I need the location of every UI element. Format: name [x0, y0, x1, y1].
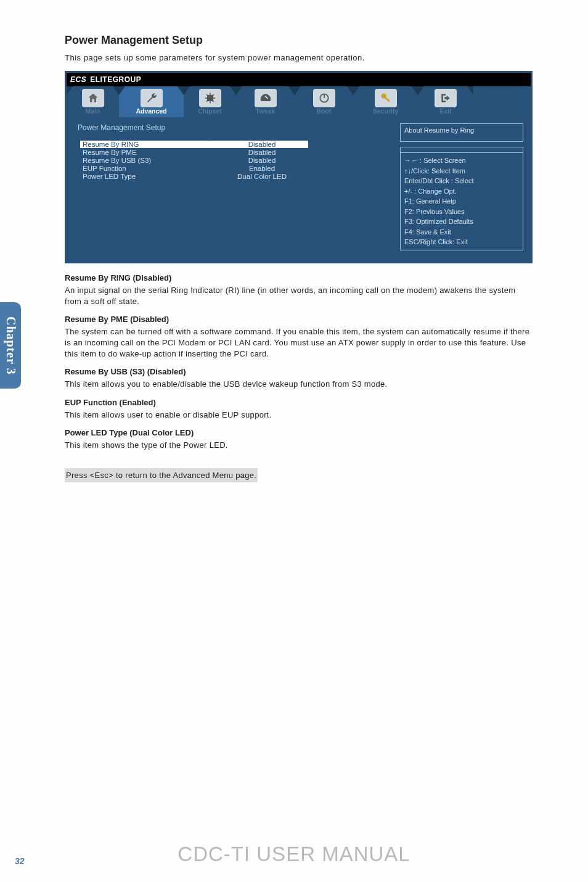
intro-text: This page sets up some parameters for sy…: [65, 53, 533, 62]
setting-eup-function[interactable]: EUP Function Enabled: [80, 165, 390, 172]
tab-chipset[interactable]: Chipset: [184, 86, 236, 117]
tab-boot[interactable]: Boot: [295, 86, 353, 117]
setting-label: EUP Function: [80, 165, 216, 172]
chip-icon: [199, 89, 221, 107]
setting-label: Resume By PME: [80, 149, 216, 156]
setting-value: Dual Color LED: [216, 173, 308, 180]
exit-icon: [435, 89, 457, 107]
tab-exit[interactable]: Exit: [418, 86, 473, 117]
brand-logo-elitegroup: ELITEGROUP: [90, 75, 141, 84]
para: This item allows you to enable/disable t…: [65, 379, 533, 390]
setting-resume-by-pme[interactable]: Resume By PME Disabled: [80, 149, 390, 156]
setting-value: Enabled: [216, 165, 308, 172]
para: The system can be turned off with a soft…: [65, 326, 533, 360]
home-icon: [82, 89, 104, 107]
key-icon: [375, 89, 397, 107]
esc-note: Press <Esc> to return to the Advanced Me…: [65, 468, 258, 482]
page-title: Power Management Setup: [65, 34, 533, 47]
subhead-power-led: Power LED Type (Dual Color LED): [65, 428, 533, 437]
bios-screenshot: ECS ELITEGROUP Main Advanced: [65, 71, 533, 263]
subhead-resume-usb: Resume By USB (S3) (Disabled): [65, 367, 533, 376]
setting-value: Disabled: [216, 141, 308, 148]
tab-main[interactable]: Main: [67, 86, 119, 117]
setting-resume-by-ring[interactable]: Resume By RING Disabled: [80, 141, 390, 148]
chapter-side-tab: Chapter 3: [0, 302, 21, 389]
para: This item allows user to enable or disab…: [65, 410, 533, 421]
setting-value: Disabled: [216, 149, 308, 156]
chapter-label: Chapter 3: [4, 316, 18, 375]
hint-line: F4: Save & Exit: [404, 227, 519, 237]
para: An input signal on the serial Ring Indic…: [65, 285, 533, 307]
setting-resume-by-usb[interactable]: Resume By USB (S3) Disabled: [80, 157, 390, 164]
setting-label: Resume By USB (S3): [80, 157, 216, 164]
subhead-resume-ring: Resume By RING (Disabled): [65, 273, 533, 282]
hint-line: Enter/Dbl Click : Select: [404, 176, 519, 186]
help-about-box: About Resume by Ring: [400, 123, 523, 142]
hint-line: ESC/Right Click: Exit: [404, 237, 519, 247]
manual-title: CDC-TI USER MANUAL: [0, 843, 588, 866]
gauge-icon: [255, 89, 277, 107]
setting-value: Disabled: [216, 157, 308, 164]
subhead-eup: EUP Function (Enabled): [65, 398, 533, 407]
bios-section-title: Power Management Setup: [78, 123, 390, 132]
setting-label: Resume By RING: [80, 141, 216, 148]
hint-line: F3: Optimized Defaults: [404, 216, 519, 227]
key-hints-box: →← : Select Screen ↑↓/Click: Select Item…: [400, 147, 523, 250]
brand-logo-ecs: ECS: [70, 75, 86, 84]
page-number: 32: [15, 856, 25, 866]
bios-brand-bar: ECS ELITEGROUP: [67, 73, 531, 86]
bios-tab-bar: Main Advanced Chipset: [67, 86, 531, 117]
setting-label: Power LED Type: [80, 173, 216, 180]
wrench-icon: [141, 89, 163, 107]
setting-power-led-type[interactable]: Power LED Type Dual Color LED: [80, 173, 390, 180]
tab-security[interactable]: Security: [353, 86, 418, 117]
tab-tweak[interactable]: Tweak: [236, 86, 295, 117]
hint-line: →← : Select Screen: [404, 155, 519, 166]
power-icon: [313, 89, 335, 107]
para: This item shows the type of the Power LE…: [65, 440, 533, 451]
hint-line: F2: Previous Values: [404, 207, 519, 217]
hint-line: ↑↓/Click: Select Item: [404, 166, 519, 176]
hint-line: F1: General Help: [404, 196, 519, 207]
subhead-resume-pme: Resume By PME (Disabled): [65, 315, 533, 324]
tab-advanced[interactable]: Advanced: [119, 86, 184, 117]
hint-line: +/- : Change Opt.: [404, 186, 519, 197]
